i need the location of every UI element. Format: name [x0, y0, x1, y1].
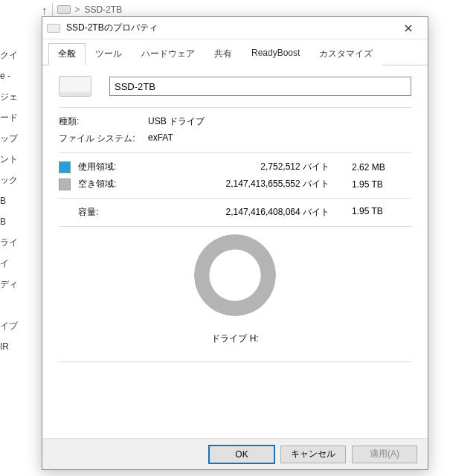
type-value: USB ドライブ: [148, 115, 411, 128]
drive-icon: [57, 5, 71, 14]
usage-donut: [194, 234, 276, 316]
divider: [59, 361, 411, 362]
tab-strip: 全般ツールハードウェア共有ReadyBoostカスタマイズ: [42, 39, 428, 65]
tab-content-general: 種類: USB ドライブ ファイル システム: exFAT 使用領域: 2,75…: [42, 65, 428, 438]
free-space-row: 空き領域: 2,147,413,655,552 バイト 1.95 TB: [59, 178, 411, 190]
breadcrumb-separator: >: [75, 4, 80, 15]
sidebar-fragment: イブ: [0, 315, 31, 336]
free-human: 1.95 TB: [352, 179, 411, 190]
free-label: 空き領域:: [78, 178, 148, 190]
apply-button[interactable]: 適用(A): [352, 446, 417, 463]
free-swatch: [59, 178, 71, 190]
sidebar-fragment: B: [0, 190, 31, 211]
sidebar-fragment: ディ: [0, 274, 31, 295]
capacity-human: 1.95 TB: [352, 206, 411, 219]
used-swatch: [59, 161, 71, 173]
sidebar-fragment: [0, 295, 31, 315]
tab-readyboost[interactable]: ReadyBoost: [242, 43, 309, 65]
tab-カスタマイズ[interactable]: カスタマイズ: [309, 43, 382, 65]
sidebar-fragment: クイ: [0, 45, 31, 65]
tab-ツール[interactable]: ツール: [86, 43, 132, 65]
breadcrumb[interactable]: ↑ > SSD-2TB: [42, 3, 122, 16]
sidebar: クイe -ジェードップントックBBライイディ イブIR: [0, 45, 31, 357]
sidebar-fragment: ライ: [0, 232, 31, 253]
capacity-bytes: 2,147,416,408,064 バイト: [148, 206, 352, 219]
sidebar-fragment: ップ: [0, 128, 31, 149]
sidebar-fragment: B: [0, 211, 31, 232]
divider: [59, 152, 411, 153]
divider: [59, 107, 411, 108]
up-arrow-icon[interactable]: ↑: [42, 4, 48, 16]
divider: [59, 226, 411, 227]
used-bytes: 2,752,512 バイト: [148, 161, 352, 173]
close-button[interactable]: [393, 18, 423, 39]
breadcrumb-item[interactable]: SSD-2TB: [85, 4, 123, 15]
sidebar-fragment: e -: [0, 65, 31, 86]
sidebar-fragment: ジェ: [0, 86, 31, 107]
tab-ハードウェア[interactable]: ハードウェア: [132, 43, 205, 65]
used-human: 2.62 MB: [352, 162, 411, 173]
filesystem-label: ファイル システム:: [59, 132, 148, 145]
dialog-footer: OK キャンセル 適用(A): [42, 438, 428, 469]
cancel-button[interactable]: キャンセル: [280, 446, 346, 463]
tab-全般[interactable]: 全般: [48, 43, 86, 65]
capacity-label: 容量:: [59, 206, 148, 219]
ok-button[interactable]: OK: [209, 446, 274, 463]
type-label: 種類:: [59, 115, 148, 128]
free-bytes: 2,147,413,655,552 バイト: [148, 178, 352, 190]
drive-letter-label: ドライブ H:: [211, 332, 258, 345]
close-icon: [405, 25, 412, 32]
sidebar-fragment: イ: [0, 253, 31, 274]
divider: [59, 198, 411, 199]
tab-共有[interactable]: 共有: [205, 43, 242, 65]
drive-name-input[interactable]: [109, 77, 411, 96]
used-label: 使用領域:: [78, 161, 148, 173]
sidebar-fragment: ント: [0, 149, 31, 170]
drive-icon-large: [59, 76, 91, 97]
title-bar[interactable]: SSD-2TBのプロパティ: [42, 17, 428, 39]
used-space-row: 使用領域: 2,752,512 バイト 2.62 MB: [59, 161, 411, 173]
properties-dialog: SSD-2TBのプロパティ 全般ツールハードウェア共有ReadyBoostカスタ…: [42, 16, 428, 470]
sidebar-fragment: ック: [0, 170, 31, 190]
filesystem-value: exFAT: [148, 132, 411, 145]
capacity-row: 容量: 2,147,416,408,064 バイト 1.95 TB: [59, 206, 411, 219]
sidebar-fragment: ード: [0, 107, 31, 128]
drive-icon: [47, 24, 60, 33]
dialog-title: SSD-2TBのプロパティ: [66, 22, 393, 34]
sidebar-fragment: IR: [0, 336, 31, 357]
